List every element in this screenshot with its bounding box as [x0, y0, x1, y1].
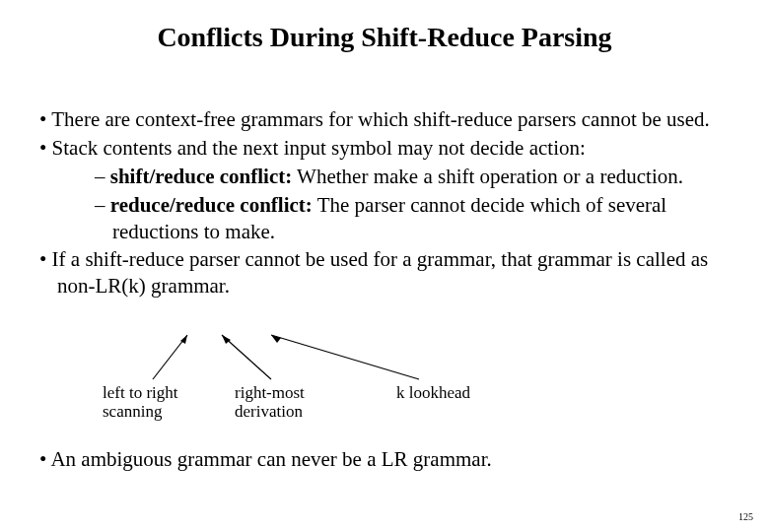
arrow-mid-line	[222, 335, 271, 379]
annotation-left-line2: scanning	[103, 402, 162, 421]
slide: Conflicts During Shift-Reduce Parsing Th…	[0, 0, 769, 532]
arrows-svg	[59, 330, 483, 384]
bullet-2a-label: shift/reduce conflict:	[110, 165, 293, 188]
bullet-3: If a shift-reduce parser cannot be used …	[35, 246, 745, 299]
bullet-2b-label: reduce/reduce conflict:	[110, 193, 313, 217]
annotation-left-line1: left to right	[103, 383, 177, 402]
annotation-mid-line1: right-most	[235, 383, 305, 402]
bullet-2a-rest: Whether make a shift operation or a redu…	[292, 165, 683, 188]
annotation-right: k lookhead	[396, 384, 534, 403]
annotation-mid-line2: derivation	[235, 402, 303, 421]
arrow-right-line	[271, 335, 419, 379]
bullet-2: Stack contents and the next input symbol…	[35, 135, 745, 162]
final-bullet: An ambiguous grammar can never be a LR g…	[35, 447, 745, 472]
page-number: 125	[738, 511, 753, 522]
bullet-1: There are context-free grammars for whic…	[35, 106, 745, 133]
slide-title: Conflicts During Shift-Reduce Parsing	[0, 22, 769, 53]
annotation-right-text: k lookhead	[396, 383, 470, 402]
bullet-2a: shift/reduce conflict: Whether make a sh…	[35, 164, 745, 190]
annotation-mid: right-most derivation	[235, 384, 353, 421]
final-bullet-wrap: An ambiguous grammar can never be a LR g…	[35, 447, 745, 474]
bullet-list: There are context-free grammars for whic…	[35, 106, 745, 301]
bullet-2b: reduce/reduce conflict: The parser canno…	[35, 192, 745, 245]
annotation-left: left to right scanning	[103, 384, 221, 421]
